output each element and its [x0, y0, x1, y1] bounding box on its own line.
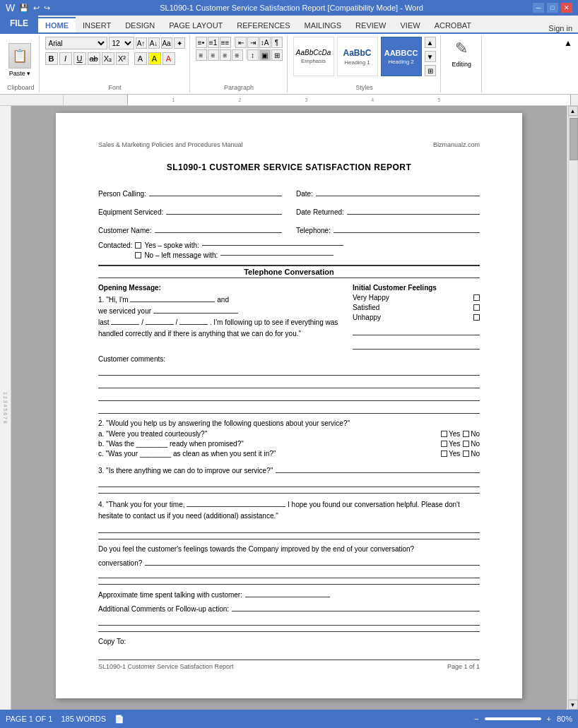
- font-shrink-button[interactable]: A↓: [148, 37, 160, 49]
- review-tab[interactable]: REVIEW: [348, 17, 393, 32]
- comments-line2[interactable]: [98, 378, 480, 388]
- comments-line1[interactable]: [98, 366, 480, 376]
- satisfied-checkbox[interactable]: [473, 304, 480, 311]
- clear-format-button[interactable]: ✦: [174, 37, 185, 49]
- yes-b-check[interactable]: [441, 441, 447, 447]
- styles-expand[interactable]: ⊞: [425, 65, 436, 76]
- change-case-button[interactable]: Aa: [161, 37, 172, 49]
- improved-line2[interactable]: [98, 568, 480, 578]
- scroll-thumb[interactable]: [570, 118, 578, 160]
- approx-time-line[interactable]: [245, 587, 330, 597]
- style-emphasis[interactable]: AaBbCcDa Emphasis: [293, 37, 334, 76]
- sign-in-link[interactable]: Sign in: [543, 24, 578, 32]
- quick-access-undo[interactable]: ↩: [33, 4, 40, 13]
- increase-indent-button[interactable]: ⇥: [247, 37, 259, 48]
- align-right-button[interactable]: ≡: [220, 49, 231, 61]
- multilevel-button[interactable]: ≡≡: [220, 37, 231, 48]
- very-happy-checkbox[interactable]: [473, 294, 480, 301]
- numbering-button[interactable]: ≡1: [208, 37, 219, 48]
- file-tab[interactable]: FILE: [0, 14, 38, 32]
- date-returned-line[interactable]: [347, 205, 480, 215]
- yes-line[interactable]: [202, 245, 343, 246]
- highlight-button[interactable]: A: [148, 52, 161, 65]
- font-grow-button[interactable]: A↑: [136, 37, 147, 49]
- minimize-button[interactable]: ─: [533, 3, 544, 13]
- yes-c-check[interactable]: [441, 450, 447, 457]
- msg-date-line2[interactable]: [146, 324, 174, 325]
- paste-button[interactable]: 📋 Paste ▾: [7, 42, 33, 78]
- style-heading1[interactable]: AaBbC Heading 1: [337, 37, 378, 76]
- justify-button[interactable]: ≡: [232, 49, 243, 61]
- ribbon-scroll-up[interactable]: ▲: [564, 35, 575, 93]
- right-scrollbar[interactable]: ▲ ▼: [567, 106, 578, 710]
- zoom-out-button[interactable]: −: [474, 715, 478, 723]
- scroll-down-button[interactable]: ▼: [568, 700, 578, 710]
- home-tab[interactable]: HOME: [38, 17, 76, 32]
- show-marks-button[interactable]: ¶: [271, 37, 283, 48]
- unhappy-checkbox[interactable]: [473, 314, 480, 321]
- comments-line3[interactable]: [98, 391, 480, 401]
- question4-line1[interactable]: [98, 523, 480, 533]
- decrease-indent-button[interactable]: ⇤: [235, 37, 247, 48]
- style-heading2[interactable]: AABBCC Heading 2: [381, 37, 422, 76]
- zoom-slider[interactable]: [485, 717, 541, 720]
- additional-comments-line[interactable]: [232, 602, 480, 611]
- font-color-button[interactable]: A: [163, 52, 175, 65]
- customer-name-line[interactable]: [155, 223, 282, 233]
- zoom-in-button[interactable]: +: [547, 715, 551, 723]
- no-line[interactable]: [220, 255, 334, 256]
- question3-line[interactable]: [276, 463, 480, 473]
- comments-line4[interactable]: [98, 404, 480, 414]
- quick-access-redo[interactable]: ↪: [44, 4, 50, 13]
- person-calling-line[interactable]: [149, 186, 282, 196]
- no-b-check[interactable]: [463, 441, 469, 447]
- quick-access-save[interactable]: 💾: [19, 4, 29, 13]
- sort-button[interactable]: ↕A: [259, 37, 271, 48]
- acrobat-tab[interactable]: ACROBAT: [427, 17, 478, 32]
- restore-button[interactable]: □: [547, 3, 558, 13]
- no-c-check[interactable]: [463, 450, 469, 457]
- view-tab[interactable]: VIEW: [394, 17, 427, 32]
- italic-button[interactable]: I: [59, 52, 72, 65]
- text-effect-button[interactable]: A: [134, 52, 147, 65]
- font-name-select[interactable]: Arial: [45, 37, 107, 49]
- msg-name-line[interactable]: [130, 302, 215, 302]
- insert-tab[interactable]: INSERT: [76, 17, 118, 32]
- subscript-button[interactable]: X₂: [102, 52, 114, 65]
- mailings-tab[interactable]: MAILINGS: [297, 17, 349, 32]
- bullets-button[interactable]: ≡•: [196, 37, 207, 48]
- page-container[interactable]: Sales & Marketing Policies and Procedure…: [11, 106, 567, 710]
- date-line[interactable]: [316, 186, 480, 196]
- yes-checkbox[interactable]: [135, 242, 141, 249]
- bold-button[interactable]: B: [45, 52, 58, 65]
- styles-scroll-up[interactable]: ▲: [425, 37, 436, 48]
- superscript-button[interactable]: X²: [116, 52, 129, 65]
- references-tab[interactable]: REFERENCES: [230, 17, 297, 32]
- question4-name-line[interactable]: [187, 506, 285, 507]
- additional-comments-line2[interactable]: [98, 616, 480, 626]
- equipment-line[interactable]: [166, 205, 282, 215]
- msg-service-line[interactable]: [153, 313, 238, 314]
- scroll-up-button[interactable]: ▲: [568, 106, 578, 116]
- page-layout-tab[interactable]: PAGE LAYOUT: [162, 17, 230, 32]
- font-size-select[interactable]: 12: [109, 37, 134, 49]
- msg-date-line[interactable]: [111, 324, 139, 325]
- align-center-button[interactable]: ≡: [208, 49, 219, 61]
- question3-answer-line[interactable]: [98, 477, 480, 487]
- close-button[interactable]: ✕: [561, 3, 572, 13]
- design-tab[interactable]: DESIGN: [118, 17, 162, 32]
- no-a-check[interactable]: [463, 431, 469, 437]
- styles-scroll-down[interactable]: ▼: [425, 51, 436, 62]
- scroll-track[interactable]: [568, 116, 578, 700]
- line-spacing-button[interactable]: ↕: [247, 49, 259, 61]
- no-checkbox[interactable]: [135, 252, 141, 258]
- yes-a-check[interactable]: [441, 431, 447, 437]
- borders-button[interactable]: ⊞: [271, 49, 283, 61]
- strikethrough-button[interactable]: ab: [88, 52, 100, 65]
- underline-button[interactable]: U: [73, 52, 86, 65]
- shading-button[interactable]: ▣: [259, 49, 271, 61]
- telephone-line[interactable]: [334, 223, 480, 233]
- msg-date-line3[interactable]: [179, 324, 208, 325]
- align-left-button[interactable]: ≡: [196, 49, 207, 61]
- improved-line[interactable]: [145, 556, 480, 566]
